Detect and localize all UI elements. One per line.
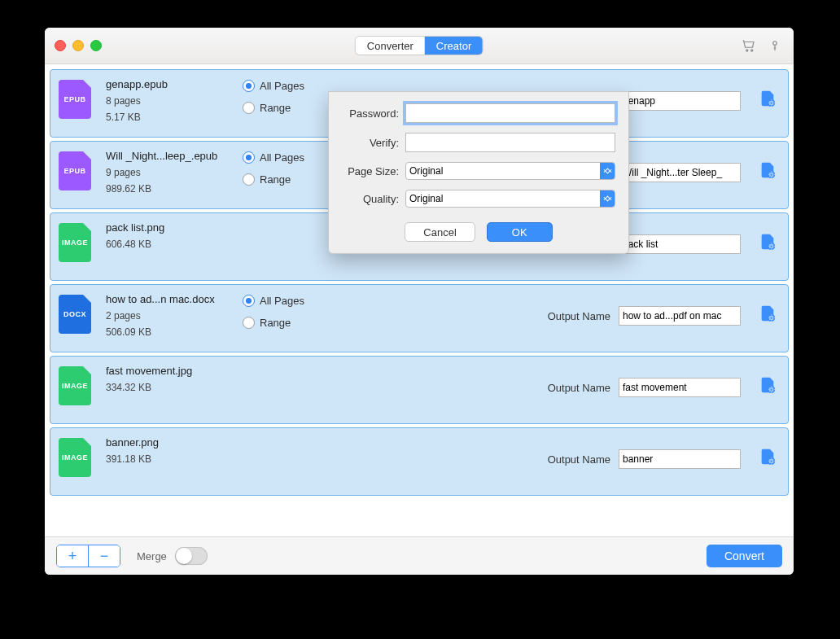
file-settings-icon[interactable] bbox=[759, 304, 777, 322]
file-type-icon: EPUB bbox=[59, 80, 91, 119]
file-row[interactable]: DOCX how to ad...n mac.docx 2 pages 506.… bbox=[50, 284, 789, 352]
cart-icon[interactable] bbox=[742, 38, 756, 53]
output-name-input[interactable] bbox=[619, 163, 741, 182]
minimize-window-button[interactable] bbox=[72, 40, 84, 51]
ok-button[interactable]: OK bbox=[487, 222, 553, 242]
range-label: Range bbox=[260, 173, 291, 186]
quality-select[interactable]: Original bbox=[405, 190, 615, 208]
output-name-input[interactable] bbox=[619, 234, 741, 254]
tab-creator[interactable]: Creator bbox=[425, 37, 483, 55]
file-meta: pack list.png 606.48 KB bbox=[106, 221, 228, 250]
file-meta: Will _Night...leep_.epub 9 pages 989.62 … bbox=[106, 150, 228, 195]
file-size: 606.48 KB bbox=[106, 239, 228, 250]
range-radio[interactable]: Range bbox=[243, 317, 340, 329]
page-size-label: Page Size: bbox=[342, 165, 399, 177]
file-meta: genapp.epub 8 pages 5.17 KB bbox=[106, 78, 228, 123]
file-pages: 8 pages bbox=[106, 95, 228, 107]
password-input[interactable] bbox=[405, 103, 615, 123]
file-name: genapp.epub bbox=[106, 78, 228, 90]
password-label: Password: bbox=[342, 107, 399, 120]
remove-file-button[interactable]: − bbox=[89, 545, 120, 567]
file-type-icon: EPUB bbox=[59, 151, 91, 190]
page-size-select[interactable]: Original bbox=[405, 162, 615, 180]
file-type-icon: IMAGE bbox=[59, 366, 91, 405]
range-radio[interactable]: Range bbox=[243, 102, 340, 114]
file-row[interactable]: IMAGE fast movement.jpg 334.32 KB Output… bbox=[50, 356, 789, 424]
file-settings-icon[interactable] bbox=[759, 90, 777, 107]
file-pages: 2 pages bbox=[106, 310, 228, 322]
file-settings-icon[interactable] bbox=[759, 233, 777, 251]
file-size: 989.62 KB bbox=[106, 183, 228, 195]
settings-sheet: Password: Verify: Page Size: Original Qu… bbox=[328, 91, 629, 254]
file-name: Will _Night...leep_.epub bbox=[106, 150, 228, 162]
file-size: 5.17 KB bbox=[106, 112, 228, 123]
all-pages-label: All Pages bbox=[260, 80, 304, 92]
verify-input[interactable] bbox=[405, 133, 615, 152]
file-settings-icon[interactable] bbox=[759, 448, 777, 466]
output-name-input[interactable] bbox=[619, 449, 741, 469]
close-window-button[interactable] bbox=[55, 40, 66, 51]
all-pages-radio[interactable]: All Pages bbox=[243, 151, 340, 164]
file-type-icon: IMAGE bbox=[59, 223, 91, 262]
add-remove-group: + − bbox=[56, 545, 120, 567]
quality-label: Quality: bbox=[342, 193, 399, 205]
convert-button[interactable]: Convert bbox=[707, 545, 782, 567]
output-name-input[interactable] bbox=[619, 91, 741, 111]
file-row[interactable]: IMAGE banner.png 391.18 KB Output Name bbox=[50, 427, 789, 496]
traffic-lights bbox=[45, 40, 102, 51]
file-name: how to ad...n mac.docx bbox=[106, 293, 228, 305]
mode-segmented-control: Converter Creator bbox=[356, 37, 483, 55]
file-meta: how to ad...n mac.docx 2 pages 506.09 KB bbox=[106, 293, 228, 338]
range-label: Range bbox=[260, 317, 291, 329]
output-name-label: Output Name bbox=[548, 310, 610, 322]
svg-point-0 bbox=[746, 50, 748, 51]
page-range-group: All Pages Range bbox=[243, 293, 340, 329]
file-pages: 9 pages bbox=[106, 167, 228, 178]
all-pages-radio[interactable]: All Pages bbox=[243, 295, 340, 307]
file-type-icon: IMAGE bbox=[59, 438, 91, 477]
file-name: banner.png bbox=[106, 436, 228, 449]
file-meta: banner.png 391.18 KB bbox=[106, 436, 228, 465]
file-size: 506.09 KB bbox=[106, 326, 228, 338]
file-size: 334.32 KB bbox=[106, 382, 228, 393]
titlebar: Converter Creator bbox=[45, 28, 794, 64]
footer: + − Merge Convert bbox=[45, 536, 794, 575]
file-name: pack list.png bbox=[106, 221, 228, 234]
all-pages-label: All Pages bbox=[260, 151, 304, 164]
all-pages-label: All Pages bbox=[260, 295, 304, 307]
file-size: 391.18 KB bbox=[106, 453, 228, 465]
output-name-input[interactable] bbox=[619, 306, 741, 326]
page-range-group: All Pages Range bbox=[243, 78, 340, 114]
verify-label: Verify: bbox=[342, 137, 399, 149]
tab-converter[interactable]: Converter bbox=[356, 37, 425, 55]
svg-point-1 bbox=[751, 50, 753, 51]
file-settings-icon[interactable] bbox=[759, 376, 777, 394]
merge-label: Merge bbox=[137, 550, 167, 562]
cancel-button[interactable]: Cancel bbox=[405, 222, 475, 242]
all-pages-radio[interactable]: All Pages bbox=[243, 80, 340, 92]
file-type-icon: DOCX bbox=[59, 295, 91, 334]
file-meta: fast movement.jpg 334.32 KB bbox=[106, 365, 228, 393]
range-radio[interactable]: Range bbox=[243, 173, 340, 186]
key-icon[interactable] bbox=[768, 38, 782, 53]
output-name-label: Output Name bbox=[548, 453, 610, 466]
page-range-group: All Pages Range bbox=[243, 150, 340, 186]
add-file-button[interactable]: + bbox=[57, 545, 88, 567]
svg-point-2 bbox=[773, 42, 777, 46]
output-name-label: Output Name bbox=[548, 382, 610, 394]
maximize-window-button[interactable] bbox=[90, 40, 102, 51]
file-settings-icon[interactable] bbox=[759, 161, 777, 179]
range-label: Range bbox=[260, 102, 291, 114]
merge-toggle[interactable] bbox=[175, 547, 208, 565]
app-window: Converter Creator EPUB genapp.epub 8 pag… bbox=[45, 28, 794, 575]
file-name: fast movement.jpg bbox=[106, 365, 228, 377]
output-name-input[interactable] bbox=[619, 378, 741, 397]
